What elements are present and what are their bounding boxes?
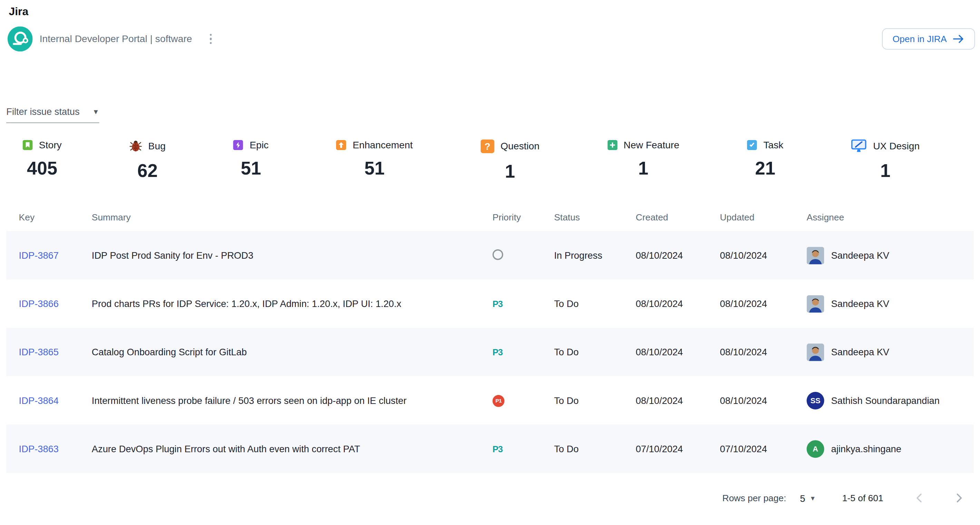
assignee-name: Sathish Soundarapandian [831, 395, 940, 406]
issue-summary: Intermittent liveness probe failure / 50… [92, 395, 492, 406]
issue-status: To Do [554, 298, 636, 309]
assignee-avatar [807, 343, 824, 361]
open-in-jira-button[interactable]: Open in JIRA [882, 28, 975, 50]
new-feature-icon [607, 140, 617, 150]
issue-type-label: Epic [250, 140, 269, 151]
previous-page-button[interactable] [912, 490, 927, 506]
issue-status: In Progress [554, 250, 636, 261]
svg-text:?: ? [484, 141, 490, 152]
rows-per-page-value: 5 [800, 493, 805, 503]
priority-none-icon [492, 251, 503, 262]
issue-type-count: 405 [23, 158, 62, 179]
filter-issue-status-select[interactable]: Filter issue status ▼ [6, 106, 99, 123]
column-header-created: Created [636, 212, 720, 222]
issue-type-card-story: Story 405 [23, 140, 62, 182]
issue-type-label: Task [763, 140, 783, 151]
issue-type-count: 51 [233, 158, 269, 179]
jira-project-logo-icon [8, 26, 33, 51]
assignee-avatar [807, 247, 824, 264]
issue-type-card-enhancement: Enhancement 51 [336, 140, 413, 182]
issue-type-count: 1 [480, 162, 539, 182]
table-row[interactable]: IDP-3863 Azure DevOps Plugin Errors out … [6, 425, 974, 473]
pagination-range: 1-5 of 601 [842, 493, 883, 503]
task-icon [747, 140, 757, 150]
page-content: Jira Internal Developer Portal | softwar… [0, 0, 980, 525]
table-row[interactable]: IDP-3867 IDP Post Prod Sanity for Env - … [6, 231, 974, 279]
issue-summary: Catalog Onboarding Script for GitLab [92, 347, 492, 357]
issue-status: To Do [554, 443, 636, 454]
bug-icon [129, 140, 142, 152]
issue-created-date: 08/10/2024 [636, 347, 720, 357]
rows-per-page-select[interactable]: 5 ▼ [800, 493, 816, 503]
issue-updated-date: 08/10/2024 [720, 250, 807, 261]
issue-type-count: 1 [851, 161, 920, 181]
issue-key-link[interactable]: IDP-3863 [19, 443, 59, 454]
assignee-name: Sandeepa KV [831, 298, 889, 309]
issue-updated-date: 08/10/2024 [720, 298, 807, 309]
column-header-priority: Priority [492, 212, 554, 222]
column-header-key: Key [19, 212, 92, 222]
assignee-avatar [807, 295, 824, 312]
assignee-name: ajinkya.shingane [831, 443, 901, 454]
project-header: Internal Developer Portal | software Ope… [0, 26, 980, 52]
issue-status: To Do [554, 347, 636, 357]
ux-design-icon [851, 140, 867, 152]
issue-type-label: UX Design [873, 140, 920, 152]
issue-key-link[interactable]: IDP-3864 [19, 395, 59, 406]
rows-per-page-label: Rows per page: [722, 493, 786, 503]
kebab-menu-icon[interactable] [206, 30, 216, 48]
issue-created-date: 08/10/2024 [636, 395, 720, 406]
issue-status: To Do [554, 395, 636, 406]
issue-summary: Azure DevOps Plugin Errors out with Auth… [92, 443, 492, 454]
table-row[interactable]: IDP-3864 Intermittent liveness probe fai… [6, 376, 974, 424]
issue-type-card-epic: Epic 51 [233, 140, 269, 182]
issue-type-count: 21 [747, 158, 783, 179]
issue-created-date: 07/10/2024 [636, 443, 720, 454]
priority-p3-icon: P3 [492, 347, 503, 357]
priority-p3-icon: P3 [492, 443, 503, 454]
chevron-down-icon: ▼ [810, 495, 816, 501]
issue-updated-date: 08/10/2024 [720, 347, 807, 357]
issues-table: Key Summary Priority Status Created Upda… [0, 203, 980, 473]
priority-p3-icon: P3 [492, 298, 503, 309]
filter-issue-status-label: Filter issue status [6, 106, 80, 117]
table-row[interactable]: IDP-3866 Prod charts PRs for IDP Service… [6, 279, 974, 328]
issue-summary: Prod charts PRs for IDP Service: 1.20.x,… [92, 298, 492, 309]
issue-type-card-bug: Bug 62 [129, 140, 165, 182]
column-header-assignee: Assignee [807, 212, 974, 222]
column-header-summary: Summary [92, 212, 492, 222]
page-title: Jira [0, 0, 980, 18]
issue-created-date: 08/10/2024 [636, 298, 720, 309]
assignee-name: Sandeepa KV [831, 347, 889, 357]
issue-key-link[interactable]: IDP-3866 [19, 298, 59, 309]
issue-key-link[interactable]: IDP-3865 [19, 347, 59, 357]
epic-icon [233, 140, 243, 150]
issue-type-label: Bug [148, 140, 165, 152]
next-page-button[interactable] [951, 490, 966, 506]
issue-type-card-new-feature: New Feature 1 [607, 140, 679, 182]
issue-updated-date: 08/10/2024 [720, 395, 807, 406]
jira-plugin-page: Jira Internal Developer Portal | softwar… [0, 0, 980, 525]
story-icon [23, 140, 33, 150]
column-header-updated: Updated [720, 212, 807, 222]
issue-key-link[interactable]: IDP-3867 [19, 250, 59, 261]
issues-table-body: IDP-3867 IDP Post Prod Sanity for Env - … [0, 231, 980, 473]
table-row[interactable]: IDP-3865 Catalog Onboarding Script for G… [6, 328, 974, 376]
assignee-avatar: A [807, 440, 824, 457]
enhancement-icon [336, 140, 347, 150]
issue-created-date: 08/10/2024 [636, 250, 720, 261]
issue-type-count: 62 [129, 161, 165, 181]
issue-type-label: Enhancement [353, 140, 413, 151]
assignee-avatar: SS [807, 392, 824, 409]
issue-type-label: New Feature [624, 140, 679, 151]
question-icon: ? [480, 140, 494, 153]
issue-type-label: Story [39, 140, 62, 151]
column-header-status: Status [554, 212, 636, 222]
issue-type-count: 51 [336, 158, 413, 179]
issue-type-count: 1 [607, 158, 679, 179]
issue-type-cards: Story 405 Bug 62 Epic 51 Enhancement 51 … [0, 140, 980, 182]
chevron-down-icon: ▼ [92, 108, 99, 115]
priority-p1-icon: P1 [492, 394, 504, 404]
arrow-right-icon [953, 35, 964, 43]
issue-type-label: Question [501, 141, 540, 152]
